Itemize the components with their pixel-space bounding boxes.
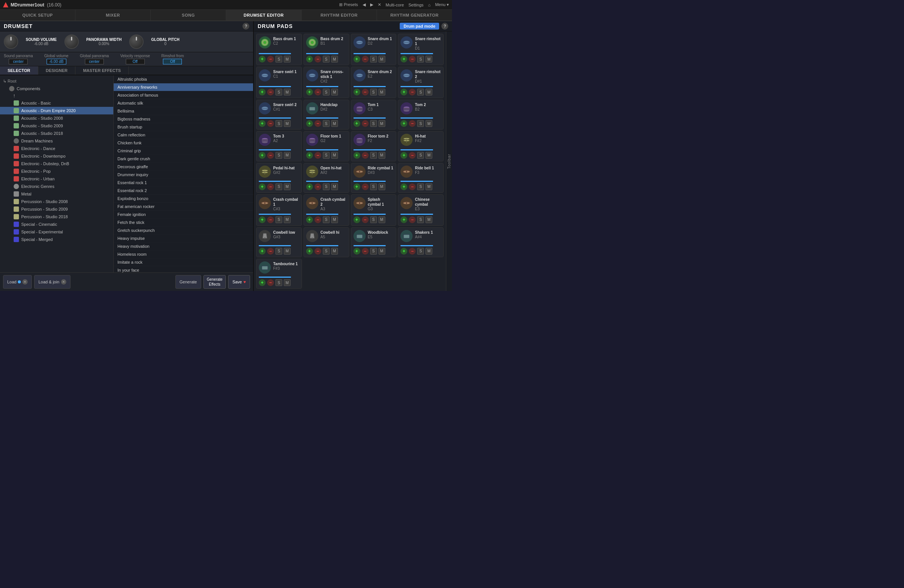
presets-btn[interactable]: ⊞ Presets xyxy=(339,2,358,7)
preset-item[interactable]: Drummer inquiry xyxy=(114,171,253,179)
preset-item[interactable]: Chicken funk xyxy=(114,139,253,147)
pad-add-btn[interactable]: + xyxy=(400,120,407,127)
tree-item-special-merged[interactable]: Special - Merged xyxy=(0,236,113,243)
pad-solo-btn[interactable]: S xyxy=(417,56,424,63)
tab-master-effects[interactable]: MASTER EFFECTS xyxy=(75,66,129,74)
pad-remove-btn[interactable]: − xyxy=(267,279,274,286)
pad-add-btn[interactable]: + xyxy=(259,279,266,286)
tree-item-electronic-dance[interactable]: Electronic - Dance xyxy=(0,145,113,152)
pad-solo-btn[interactable]: S xyxy=(275,120,282,127)
pad-mute-btn[interactable]: M xyxy=(425,120,432,127)
generate-effects-button[interactable]: Generate Effects xyxy=(204,275,226,289)
pad-solo-btn[interactable]: S xyxy=(323,248,330,254)
settings-btn[interactable]: Settings xyxy=(408,3,424,7)
pad-mute-btn[interactable]: M xyxy=(284,248,291,254)
global-pitch-knob[interactable] xyxy=(129,35,144,49)
pad-solo-btn[interactable]: S xyxy=(370,89,377,95)
tree-item-percussion-2018[interactable]: Percussion - Studio 2018 xyxy=(0,213,113,220)
pad-solo-btn[interactable]: S xyxy=(323,183,330,190)
pad-solo-btn[interactable]: S xyxy=(417,183,424,190)
nav-prev-btn[interactable]: ◀ xyxy=(363,2,366,7)
pad-solo-btn[interactable]: S xyxy=(275,89,282,95)
pad-solo-btn[interactable]: S xyxy=(323,89,330,95)
tree-item-electronic-genres[interactable]: Electronic Genres xyxy=(0,183,113,190)
pad-solo-btn[interactable]: S xyxy=(323,152,330,159)
menu-btn[interactable]: Menu ▾ xyxy=(435,2,449,7)
tree-item-special-experimental[interactable]: Special - Experimental xyxy=(0,228,113,236)
pad-mute-btn[interactable]: M xyxy=(284,183,291,190)
pad-solo-btn[interactable]: S xyxy=(417,120,424,127)
pad-remove-btn[interactable]: − xyxy=(409,183,416,190)
pad-mute-btn[interactable]: M xyxy=(378,248,385,254)
velocity-response-value[interactable]: Off xyxy=(126,59,145,65)
pad-solo-btn[interactable]: S xyxy=(417,152,424,159)
pad-remove-btn[interactable]: − xyxy=(362,56,369,63)
preset-item[interactable]: Imitate a rock xyxy=(114,258,253,266)
pad-mute-btn[interactable]: M xyxy=(284,56,291,63)
pad-add-btn[interactable]: + xyxy=(306,248,313,254)
pad-add-btn[interactable]: + xyxy=(259,183,266,190)
pad-mute-btn[interactable]: M xyxy=(284,279,291,286)
pad-add-btn[interactable]: + xyxy=(354,248,360,254)
pad-remove-btn[interactable]: − xyxy=(362,248,369,254)
pad-remove-btn[interactable]: − xyxy=(315,120,321,127)
pad-add-btn[interactable]: + xyxy=(354,89,360,95)
tab-rhythm-editor[interactable]: RHYTHM EDITOR xyxy=(302,10,377,21)
pad-add-btn[interactable]: + xyxy=(354,56,360,63)
preset-item[interactable]: Decorous giraffe xyxy=(114,163,253,171)
pad-solo-btn[interactable]: S xyxy=(370,183,377,190)
tree-item-components[interactable]: Components xyxy=(0,85,113,92)
pad-add-btn[interactable]: + xyxy=(354,183,360,190)
pad-add-btn[interactable]: + xyxy=(400,152,407,159)
pad-mute-btn[interactable]: M xyxy=(331,89,338,95)
preset-item[interactable]: Calm reflection xyxy=(114,131,253,139)
preset-item[interactable]: Altruistic phobia xyxy=(114,75,253,83)
pad-add-btn[interactable]: + xyxy=(259,120,266,127)
global-panorama-value[interactable]: center xyxy=(85,59,104,65)
pad-add-btn[interactable]: + xyxy=(400,217,407,223)
pad-solo-btn[interactable]: S xyxy=(370,248,377,254)
pad-solo-btn[interactable]: S xyxy=(417,248,424,254)
pad-mute-btn[interactable]: M xyxy=(378,183,385,190)
drum-pads-help-btn[interactable]: ? xyxy=(441,23,448,30)
pad-remove-btn[interactable]: − xyxy=(362,183,369,190)
panorama-width-knob[interactable] xyxy=(65,35,79,49)
tree-item-special-cinematic[interactable]: Special - Cinematic xyxy=(0,220,113,228)
preset-item[interactable]: Gretch suckerpunch xyxy=(114,226,253,234)
pad-solo-btn[interactable]: S xyxy=(275,279,282,286)
tab-drumset-editor[interactable]: DRUMSET EDITOR xyxy=(226,10,302,21)
pad-remove-btn[interactable]: − xyxy=(267,183,274,190)
pad-mute-btn[interactable]: M xyxy=(425,152,432,159)
preset-item[interactable]: Bellisima xyxy=(114,107,253,115)
pad-mute-btn[interactable]: M xyxy=(425,248,432,254)
pad-add-btn[interactable]: + xyxy=(400,248,407,254)
pad-remove-btn[interactable]: − xyxy=(315,217,321,223)
pad-add-btn[interactable]: + xyxy=(400,56,407,63)
pad-add-btn[interactable]: + xyxy=(400,89,407,95)
pad-solo-btn[interactable]: S xyxy=(417,217,424,223)
tree-item-percussion-2008[interactable]: Percussion - Studio 2008 xyxy=(0,198,113,205)
preset-item[interactable]: Heavy motivation xyxy=(114,242,253,250)
pad-add-btn[interactable]: + xyxy=(306,120,313,127)
pad-remove-btn[interactable]: − xyxy=(362,120,369,127)
pad-solo-btn[interactable]: S xyxy=(275,183,282,190)
pad-remove-btn[interactable]: − xyxy=(315,152,321,159)
pad-remove-btn[interactable]: − xyxy=(267,248,274,254)
nav-close-btn[interactable]: ✕ xyxy=(378,2,381,7)
preset-item[interactable]: In your face xyxy=(114,266,253,272)
pad-solo-btn[interactable]: S xyxy=(275,217,282,223)
pad-mute-btn[interactable]: M xyxy=(284,120,291,127)
tab-selector[interactable]: SELECTOR xyxy=(0,66,38,74)
pad-add-btn[interactable]: + xyxy=(259,89,266,95)
preset-item[interactable]: Bigboss madness xyxy=(114,115,253,123)
multicore-btn[interactable]: Multi-core xyxy=(386,3,404,7)
pad-remove-btn[interactable]: − xyxy=(409,217,416,223)
preset-item[interactable]: Essential rock 1 xyxy=(114,179,253,187)
preset-item[interactable]: Exploding bonzo xyxy=(114,195,253,203)
preset-item[interactable]: Essential rock 2 xyxy=(114,187,253,195)
pad-remove-btn[interactable]: − xyxy=(409,120,416,127)
pad-mute-btn[interactable]: M xyxy=(378,152,385,159)
pad-mute-btn[interactable]: M xyxy=(331,56,338,63)
tab-rhythm-generator[interactable]: RHYTHM GENERATOR xyxy=(377,10,452,21)
pad-remove-btn[interactable]: − xyxy=(409,248,416,254)
